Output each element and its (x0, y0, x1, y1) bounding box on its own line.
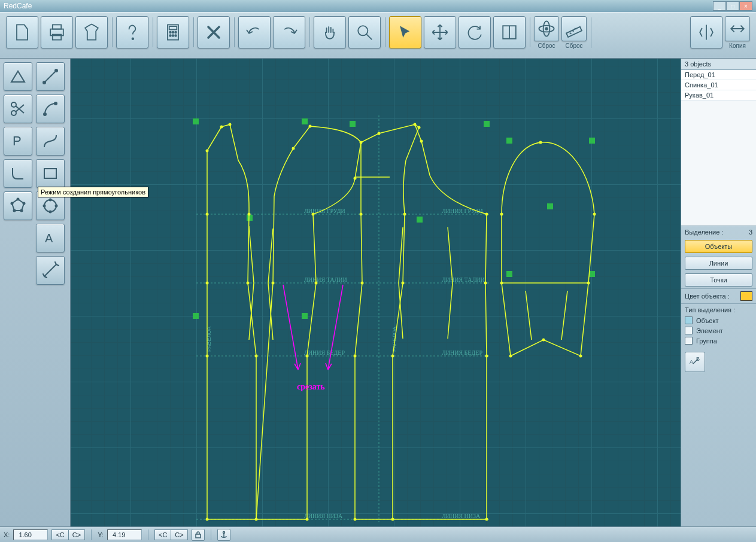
objects-panel-header: 3 objects (681, 59, 756, 70)
move-button[interactable] (424, 16, 456, 48)
rectangle-tool[interactable] (36, 159, 65, 188)
reset-axes-button[interactable] (534, 16, 559, 41)
canvas-area[interactable]: Режим создания прямоугольников ЛИНИЯ ГРУ… (71, 59, 681, 526)
measure-tool[interactable] (36, 256, 65, 285)
new-file-button[interactable] (6, 16, 38, 48)
svg-point-29 (14, 210, 16, 212)
corner-tool[interactable] (4, 159, 32, 188)
svg-point-84 (309, 125, 312, 128)
window-minimize-button[interactable]: _ (713, 1, 726, 11)
svg-point-34 (50, 211, 51, 213)
status-c-right-button[interactable]: C> (171, 529, 187, 540)
zoom-button[interactable] (348, 16, 381, 48)
print-button[interactable] (41, 16, 73, 48)
point-tool[interactable]: P (4, 127, 32, 156)
svg-rect-54 (193, 313, 199, 319)
check-object[interactable]: Объект (685, 315, 752, 325)
list-item[interactable]: Рукав_01 (681, 90, 756, 101)
svg-text:B: B (696, 356, 700, 362)
color-swatch[interactable] (740, 291, 752, 301)
svg-point-102 (420, 140, 423, 143)
svg-rect-64 (547, 203, 553, 209)
redo-button[interactable] (273, 16, 305, 48)
mirror-v-button[interactable] (690, 16, 722, 48)
pan-button[interactable] (314, 16, 346, 48)
svg-point-30 (11, 203, 13, 205)
svg-point-107 (579, 355, 582, 358)
window-maximize-button[interactable]: □ (726, 1, 739, 11)
right-panel: 3 objects Перед_01 Спинка_01 Рукав_01 Вы… (681, 59, 756, 526)
svg-point-81 (312, 213, 315, 216)
svg-point-93 (391, 518, 394, 521)
window-close-button[interactable]: × (739, 1, 752, 11)
text-tool[interactable]: A (36, 224, 65, 252)
delete-button[interactable] (198, 16, 230, 48)
arc-tool[interactable] (36, 95, 65, 123)
svg-point-9 (169, 35, 171, 36)
svg-point-75 (255, 355, 258, 358)
svg-point-28 (21, 210, 23, 212)
svg-point-110 (500, 282, 503, 285)
tab-points[interactable]: Точки (685, 273, 752, 287)
svg-point-95 (354, 355, 357, 358)
list-item[interactable]: Перед_01 (681, 70, 756, 80)
svg-text:ЛИНИЯ  НИЗА: ЛИНИЯ НИЗА (442, 513, 481, 519)
svg-point-26 (17, 199, 19, 200)
status-x-right-button[interactable]: C> (69, 529, 85, 540)
svg-text:срезать: срезать (297, 382, 325, 391)
status-y-label: Y: (98, 531, 104, 538)
lock-button[interactable] (192, 529, 205, 541)
list-item[interactable]: Спинка_01 (681, 80, 756, 90)
help-button[interactable] (116, 16, 148, 48)
svg-point-79 (306, 355, 309, 358)
svg-point-106 (587, 282, 590, 285)
scissors-tool[interactable] (4, 95, 32, 123)
svg-point-73 (206, 518, 209, 521)
rename-button[interactable]: A B (685, 352, 705, 372)
check-element[interactable]: Элемент (685, 325, 752, 336)
statusbar: X: 1.60 <C C> Y: 4.19 <C C> (0, 526, 756, 542)
anchor-button[interactable] (217, 529, 230, 541)
pattern-drawing: ЛИНИЯ ГРУДИ ЛИНИЯ ГРУДИ ЛИНИЯ ТАЛИИ ЛИНИ… (71, 59, 681, 526)
svg-point-99 (485, 355, 488, 358)
garment-button[interactable] (75, 16, 108, 48)
status-y-value: 4.19 (107, 529, 142, 540)
select-button[interactable] (389, 16, 421, 48)
tab-lines[interactable]: Линии (685, 257, 752, 270)
status-c-left-button[interactable]: <C (154, 529, 171, 540)
reset-ruler-button[interactable] (561, 16, 587, 41)
check-group[interactable]: Группа (685, 336, 752, 346)
undo-button[interactable] (238, 16, 271, 48)
reset-label-2: Сброс (565, 42, 582, 49)
svg-point-80 (315, 282, 318, 285)
line-tool[interactable] (36, 62, 65, 91)
status-x-left-button[interactable]: <C (51, 529, 68, 540)
svg-point-86 (272, 282, 275, 285)
svg-rect-63 (589, 271, 595, 277)
svg-point-68 (229, 123, 232, 126)
tab-objects[interactable]: Объекты (685, 240, 752, 253)
object-color-label: Цвет объекта : (685, 293, 730, 300)
svg-point-22 (44, 113, 46, 115)
svg-rect-5 (169, 26, 177, 29)
svg-point-94 (354, 518, 357, 521)
calculator-button[interactable] (157, 16, 189, 48)
objects-list[interactable]: Перед_01 Спинка_01 Рукав_01 (681, 70, 756, 226)
svg-rect-53 (302, 118, 308, 124)
copy-button[interactable] (725, 16, 750, 41)
svg-point-18 (43, 81, 45, 84)
polygon-tool[interactable] (4, 191, 32, 220)
status-x-value: 1.60 (13, 529, 48, 540)
svg-point-105 (593, 213, 596, 216)
rotate-button[interactable] (459, 16, 491, 48)
mirror-button[interactable] (493, 16, 526, 48)
svg-point-108 (542, 339, 545, 342)
svg-point-104 (539, 141, 542, 144)
svg-point-16 (545, 28, 548, 30)
svg-point-27 (23, 203, 25, 205)
svg-point-19 (55, 69, 57, 72)
curve-tool[interactable] (36, 127, 65, 156)
svg-point-72 (206, 355, 209, 358)
svg-point-76 (247, 282, 250, 285)
triangle-tool[interactable] (4, 62, 32, 91)
